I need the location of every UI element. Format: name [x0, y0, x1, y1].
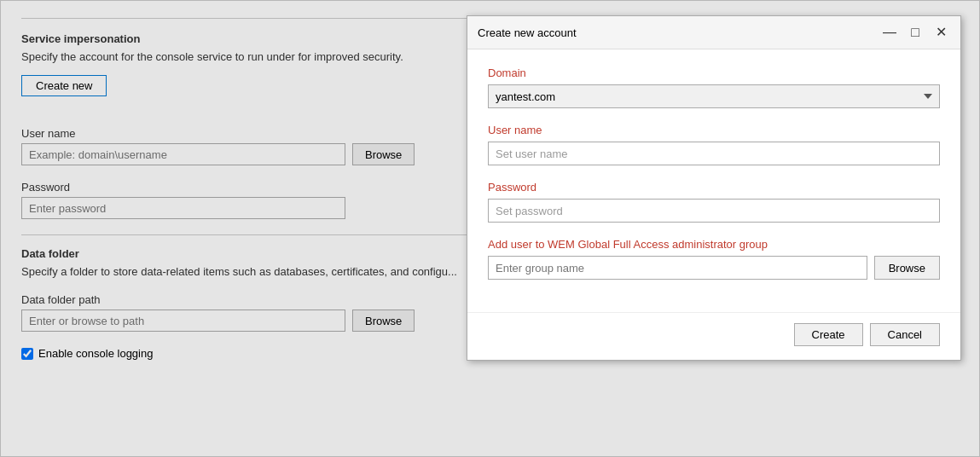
- modal-password-input[interactable]: [488, 199, 940, 223]
- group-browse-button[interactable]: Browse: [874, 256, 940, 280]
- modal-close-button[interactable]: ✕: [931, 23, 950, 42]
- group-section: Add user to WEM Global Full Access admin…: [488, 238, 940, 280]
- modal-overlay: Create new account — □ ✕ Domain yantest.…: [0, 0, 980, 457]
- modal-body: Domain yantest.com User name Password Ad…: [467, 49, 960, 312]
- domain-label: Domain: [488, 67, 940, 79]
- group-label: Add user to WEM Global Full Access admin…: [488, 238, 940, 251]
- cancel-button[interactable]: Cancel: [870, 323, 940, 346]
- modal-username-label: User name: [488, 124, 940, 136]
- domain-select[interactable]: yantest.com: [488, 84, 940, 108]
- modal-maximize-button[interactable]: □: [906, 23, 925, 42]
- modal-password-section: Password: [488, 181, 940, 223]
- group-input[interactable]: [488, 256, 867, 280]
- modal-minimize-button[interactable]: —: [880, 23, 899, 42]
- modal-username-input[interactable]: [488, 142, 940, 165]
- modal-titlebar: Create new account — □ ✕: [467, 16, 960, 49]
- modal-window-controls: — □ ✕: [880, 23, 950, 42]
- modal-footer: Create Cancel: [467, 312, 960, 360]
- modal-username-section: User name: [488, 124, 940, 165]
- create-account-modal: Create new account — □ ✕ Domain yantest.…: [467, 15, 961, 361]
- domain-section: Domain yantest.com: [488, 67, 940, 108]
- modal-password-label: Password: [488, 181, 940, 194]
- group-input-row: Browse: [488, 256, 940, 280]
- modal-title: Create new account: [478, 26, 577, 39]
- create-button[interactable]: Create: [794, 323, 863, 346]
